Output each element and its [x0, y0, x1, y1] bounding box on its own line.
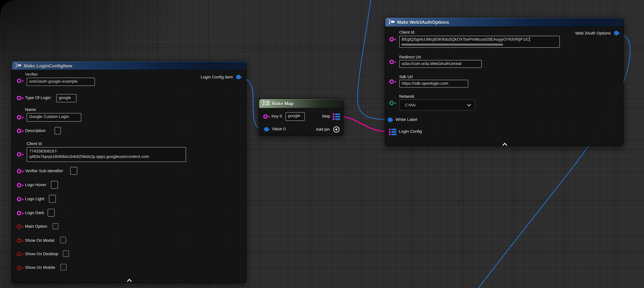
pin-type-of-login[interactable] [17, 96, 21, 100]
redirect-url-input[interactable]: w3a://com.w3a.Web3AuthUnreal [399, 60, 482, 68]
show-on-desktop-checkbox[interactable] [63, 250, 69, 257]
output-pin-label: Login Config Item [201, 75, 233, 80]
chevron-down-icon [467, 103, 471, 107]
verifier-input[interactable]: web3auth-google-example [27, 78, 95, 86]
name-label: Name [25, 107, 36, 112]
pin-description[interactable] [17, 129, 21, 133]
pin-login-config-item-out[interactable] [236, 75, 241, 79]
pin-network[interactable] [390, 101, 394, 105]
node-make-loginconfigitem[interactable]: Make LoginConfigItem Login Config Item V… [12, 61, 246, 283]
pin-sdk-url[interactable] [390, 79, 394, 84]
type-of-login-label: Type Of Login [25, 95, 50, 100]
logo-dark-label: Logo Dark [25, 210, 44, 215]
text-cursor [529, 37, 530, 42]
map-out-label: Map [322, 114, 330, 119]
logo-hover-label: Logo Hover [25, 182, 46, 187]
show-on-mobile-label: Show On Mobile [25, 265, 55, 270]
output-pin-label: Web 3Auth Options [575, 31, 611, 36]
pin-show-on-desktop[interactable] [17, 252, 21, 256]
network-selected-value: CYAN [405, 103, 416, 107]
node-make-web3authoptions[interactable]: Make Web3AuthOptions Web 3Auth Options C… [385, 17, 624, 146]
node-title: Make Map [272, 101, 294, 106]
show-on-modal-label: Show On Modal [25, 238, 54, 243]
network-dropdown[interactable]: CYAN [399, 100, 475, 111]
chevron-up-icon[interactable] [127, 276, 132, 283]
logo-dark-input[interactable] [48, 209, 55, 217]
key-0-label: Key 0 [272, 114, 282, 119]
pin-name[interactable] [17, 115, 21, 120]
type-of-login-input[interactable]: google [56, 94, 76, 102]
pin-client-id[interactable] [390, 37, 394, 42]
sdk-url-label: Sdk Url [399, 74, 413, 79]
client-id-line2: q463s7kpvja16l4l0kko3nb925ikds2p.apps.go… [29, 154, 149, 159]
pin-login-config[interactable] [389, 129, 396, 135]
client-id-label: Client Id [27, 141, 42, 146]
wire-top-to-whitelabel [358, 0, 388, 120]
client-id-line1: 774338308167- [29, 149, 58, 153]
make-struct-icon [388, 19, 395, 26]
pin-map-out[interactable] [333, 113, 340, 120]
node-make-map[interactable]: Make Map Key 0 google Map Value 0 Add pi… [259, 99, 343, 136]
pin-main-option[interactable] [17, 224, 21, 229]
client-id-value: BEglQSgt4cUWcj6SKRdu5QkOXTsePmMcusG5EAoy… [402, 37, 529, 42]
pin-key-0[interactable] [263, 114, 268, 119]
node-title: Make LoginConfigItem [24, 63, 72, 68]
redirect-url-label: Redirect Url [399, 55, 421, 60]
pin-white-label[interactable] [388, 118, 392, 122]
pin-client-id[interactable] [17, 152, 21, 157]
pin-value-0[interactable] [264, 127, 269, 132]
value-0-label: Value 0 [272, 127, 286, 132]
verifier-label: Verifier [25, 72, 38, 77]
pin-logo-hover[interactable] [17, 183, 21, 187]
show-on-desktop-label: Show On Desktop [25, 251, 58, 256]
pin-verifier[interactable] [17, 78, 21, 83]
node-header-make-loginconfigitem[interactable]: Make LoginConfigItem [12, 61, 246, 70]
node-title: Make Web3AuthOptions [397, 20, 449, 25]
name-input[interactable]: Google Custom Login [27, 113, 82, 122]
network-label: Network [399, 94, 414, 99]
main-option-checkbox[interactable] [53, 223, 58, 229]
make-struct-icon [15, 62, 22, 69]
pin-redirect-url[interactable] [390, 60, 394, 64]
logo-light-label: Logo Light [25, 196, 44, 201]
description-label: Description [25, 128, 46, 133]
pin-web3auth-options-out[interactable] [614, 31, 618, 36]
white-label-label: White Label [396, 117, 417, 122]
pin-logo-light[interactable] [17, 197, 21, 201]
pin-show-on-mobile[interactable] [17, 265, 21, 270]
pin-verifier-sub-identifier[interactable] [17, 169, 21, 173]
chevron-up-icon[interactable] [502, 140, 507, 148]
client-id-input[interactable]: BEglQSgt4cUWcj6SKRdu5QkOXTsePmMcusG5EAoy… [399, 36, 560, 48]
graph-canvas[interactable]: Make LoginConfigItem Login Config Item V… [0, 0, 644, 288]
pin-show-on-modal[interactable] [17, 238, 21, 243]
verifier-sub-identifier-input[interactable] [70, 167, 77, 175]
pin-logo-dark[interactable] [17, 211, 21, 215]
client-id-label: Client Id [399, 30, 414, 35]
description-input[interactable] [55, 127, 61, 134]
make-map-icon [262, 100, 270, 107]
client-id-hscrollbar[interactable] [401, 44, 503, 46]
wire-map-to-loginconfig [340, 116, 388, 132]
node-header-make-map[interactable]: Make Map [259, 99, 343, 108]
add-pin-label: Add pin [316, 127, 330, 132]
client-id-input[interactable]: 774338308167- q463s7kpvja16l4l0kko3nb925… [27, 147, 186, 162]
login-config-label: Login Config [399, 129, 422, 134]
logo-hover-input[interactable] [51, 181, 58, 189]
node-header-make-web3authoptions[interactable]: Make Web3AuthOptions [385, 18, 623, 27]
main-option-label: Main Option [25, 224, 47, 229]
key-0-input[interactable]: google [286, 112, 305, 121]
logo-light-input[interactable] [49, 195, 56, 202]
show-on-modal-checkbox[interactable] [60, 237, 66, 243]
add-pin-icon[interactable] [333, 126, 340, 134]
sdk-url-input[interactable]: https://sdk.openlogin.com [399, 80, 468, 88]
verifier-sub-identifier-label: Verifier Sub Identifier [25, 169, 63, 174]
canvas-corner [0, 0, 14, 14]
show-on-mobile-checkbox[interactable] [60, 264, 66, 270]
